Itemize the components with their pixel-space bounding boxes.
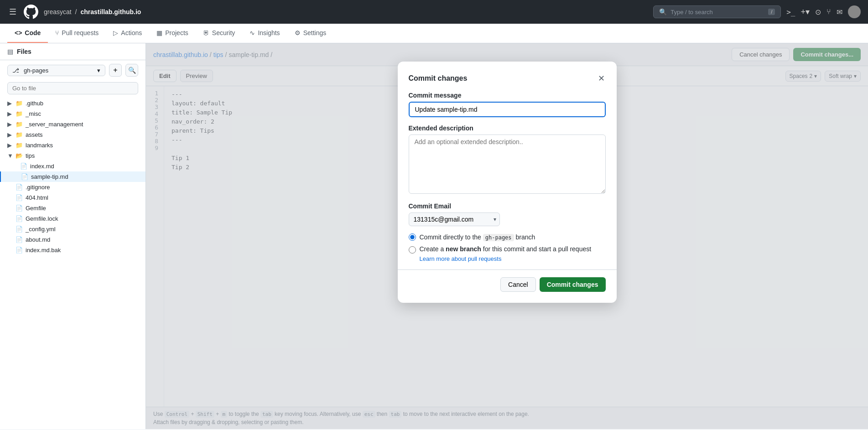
commit-email-select[interactable]: 131315c@gmail.com <box>409 212 500 226</box>
file-sidebar: ▤ Files ⎇ gh-pages ▾ + 🔍 ▶ 📁 .github ▶ <box>0 43 146 429</box>
inbox-icon[interactable]: ✉ <box>837 8 842 16</box>
list-item[interactable]: 📄 index.md.bak <box>0 245 146 255</box>
add-file-button[interactable]: + <box>109 64 122 77</box>
pull-requests-nav-icon: ⑂ <box>55 29 59 36</box>
commit-direct-radio-option[interactable]: Commit directly to the gh-pages branch <box>409 233 606 241</box>
search-icon: 🔍 <box>659 8 667 16</box>
hamburger-menu[interactable]: ☰ <box>7 5 18 19</box>
list-item[interactable]: 📄 Gemfile.lock <box>0 213 146 224</box>
file-icon: 📄 <box>20 163 27 170</box>
search-bar[interactable]: 🔍 Type / to search / <box>653 5 781 18</box>
extended-desc-textarea[interactable] <box>409 135 606 194</box>
repo-subnav: <> Code ⑂ Pull requests ▷ Actions ▦ Proj… <box>0 24 868 43</box>
terminal-icon[interactable]: >_ <box>786 8 795 16</box>
actions-nav-icon: ▷ <box>113 29 118 36</box>
branch-chevron-icon: ▾ <box>97 67 100 74</box>
folder-icon: 📁 <box>16 110 23 117</box>
folder-icon: 📁 <box>16 131 23 138</box>
chevron-right-icon: ▶ <box>7 110 13 117</box>
file-tree: ▶ 📁 .github ▶ 📁 _misc ▶ 📁 _server_manage… <box>0 98 146 255</box>
file-icon: 📄 <box>16 226 23 233</box>
list-item[interactable]: ▼ 📂 tips <box>0 150 146 161</box>
commit-new-branch-radio[interactable] <box>409 246 416 254</box>
issues-icon[interactable]: ⊙ <box>815 8 821 16</box>
code-icon: <> <box>15 29 22 36</box>
sidebar-title: Files <box>17 48 138 55</box>
commit-message-label: Commit message <box>409 92 606 99</box>
branch-selector[interactable]: ⎇ gh-pages ▾ <box>7 65 105 76</box>
subnav-code[interactable]: <> Code <box>7 24 48 43</box>
file-icon: 📄 <box>16 236 23 243</box>
folder-open-icon: 📂 <box>16 152 23 159</box>
projects-nav-icon: ▦ <box>156 29 162 36</box>
list-item[interactable]: 📄 index.md <box>0 161 146 171</box>
list-item[interactable]: 📄 Gemfile <box>0 203 146 213</box>
file-icon: 📄 <box>16 205 23 212</box>
insights-nav-icon: ∿ <box>249 29 255 36</box>
chevron-down-icon: ▼ <box>7 152 13 159</box>
modal-commit-button[interactable]: Commit changes <box>540 277 606 292</box>
commit-changes-modal: Commit changes ✕ Commit message Extended… <box>398 62 617 303</box>
search-placeholder: Type / to search <box>670 9 764 16</box>
list-item[interactable]: 📄 404.html <box>0 192 146 203</box>
list-item[interactable]: 📄 _config.yml <box>0 224 146 234</box>
file-icon: 📄 <box>21 173 28 180</box>
folder-icon: 📁 <box>16 100 23 107</box>
settings-nav-icon: ⚙ <box>295 29 301 36</box>
modal-title: Commit changes <box>409 74 468 83</box>
subnav-security[interactable]: ⛨ Security <box>196 24 243 43</box>
security-nav-icon: ⛨ <box>203 29 209 36</box>
repo-name-link[interactable]: chrastillab.github.io <box>80 8 141 16</box>
learn-more-pull-requests-link[interactable]: Learn more about pull requests <box>420 255 606 262</box>
chevron-right-icon: ▶ <box>7 121 13 128</box>
folder-icon: 📁 <box>16 121 23 128</box>
subnav-pull-requests[interactable]: ⑂ Pull requests <box>48 24 106 43</box>
list-item[interactable]: ▶ 📁 _misc <box>0 109 146 119</box>
commit-message-input[interactable] <box>409 102 606 117</box>
list-item[interactable]: ▶ 📁 landmarks <box>0 140 146 150</box>
extended-desc-label: Extended description <box>409 124 606 132</box>
search-kbd: / <box>768 9 775 15</box>
file-icon: 📄 <box>16 215 23 222</box>
chevron-right-icon: ▶ <box>7 100 13 107</box>
panel-icon: ▤ <box>7 48 13 55</box>
chevron-right-icon: ▶ <box>7 142 13 149</box>
commit-email-label: Commit Email <box>409 202 606 210</box>
list-item[interactable]: ▶ 📁 .github <box>0 98 146 109</box>
file-icon: 📄 <box>16 194 23 201</box>
create-new-icon[interactable]: +▾ <box>800 7 810 17</box>
modal-overlay: Commit changes ✕ Commit message Extended… <box>146 43 868 429</box>
search-files-button[interactable]: 🔍 <box>125 64 138 77</box>
list-item[interactable]: 📄 sample-tip.md <box>0 171 146 182</box>
avatar[interactable] <box>848 5 861 18</box>
commit-direct-radio[interactable] <box>409 233 416 241</box>
branch-name: gh-pages <box>24 67 94 74</box>
subnav-actions[interactable]: ▷ Actions <box>106 24 149 43</box>
editor-area: chrastillab.github.io / tips / sample-ti… <box>146 43 868 429</box>
github-logo <box>24 5 38 19</box>
pull-requests-icon[interactable]: ⑂ <box>826 8 831 16</box>
file-icon: 📄 <box>16 184 23 191</box>
chevron-right-icon: ▶ <box>7 131 13 138</box>
list-item[interactable]: 📄 about.md <box>0 234 146 245</box>
list-item[interactable]: 📄 .gitignore <box>0 182 146 192</box>
repo-owner-link[interactable]: greasycat <box>44 8 72 16</box>
commit-new-branch-radio-option[interactable]: Create a new branch for this commit and … <box>409 245 606 254</box>
branch-icon: ⎇ <box>12 67 19 74</box>
subnav-settings[interactable]: ⚙ Settings <box>287 24 334 43</box>
commit-options: Commit directly to the gh-pages branch C… <box>409 233 606 262</box>
file-icon: 📄 <box>16 247 23 254</box>
modal-close-button[interactable]: ✕ <box>597 73 606 84</box>
subnav-projects[interactable]: ▦ Projects <box>149 24 196 43</box>
subnav-insights[interactable]: ∿ Insights <box>242 24 287 43</box>
folder-icon: 📁 <box>16 142 23 149</box>
list-item[interactable]: ▶ 📁 _server_management <box>0 119 146 130</box>
modal-cancel-button[interactable]: Cancel <box>500 277 536 292</box>
repo-path: greasycat / chrastillab.github.io <box>44 8 141 16</box>
go-to-file-input[interactable] <box>7 82 138 94</box>
list-item[interactable]: ▶ 📁 assets <box>0 130 146 140</box>
top-nav: ☰ greasycat / chrastillab.github.io 🔍 Ty… <box>0 0 868 24</box>
